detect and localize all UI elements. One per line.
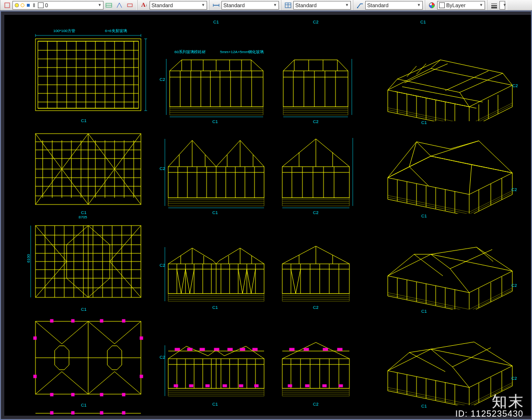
text-style-button[interactable]: A↓	[139, 1, 149, 10]
color-dropdown[interactable]: ByLayer ▼	[437, 1, 485, 10]
note: 100*100方管	[53, 28, 75, 34]
iso-view-1	[369, 45, 522, 121]
svg-line-296	[35, 321, 62, 344]
lineweight-dropdown[interactable]: ▼	[499, 1, 505, 10]
view-label: C2	[313, 305, 319, 310]
svg-line-94	[445, 71, 488, 91]
svg-marker-87	[397, 60, 503, 92]
view-label: C2	[511, 283, 517, 288]
svg-rect-311	[71, 393, 74, 396]
view-label: C1	[420, 20, 426, 24]
svg-rect-344	[254, 385, 258, 387]
svg-line-183	[388, 142, 416, 178]
plan-view-2	[23, 130, 148, 211]
svg-line-95	[405, 64, 448, 83]
svg-point-14	[357, 7, 358, 8]
svg-line-299	[62, 372, 88, 394]
layer-states-button[interactable]	[104, 1, 114, 10]
elev-front-2	[162, 133, 268, 210]
view-label: C2	[511, 187, 517, 192]
svg-rect-354	[323, 348, 328, 351]
dim-style-dropdown[interactable]: Standard ▼	[221, 1, 279, 10]
svg-rect-20	[38, 41, 139, 108]
svg-rect-260	[282, 264, 349, 294]
view-label: C1	[81, 210, 87, 215]
elev-front-1	[162, 54, 268, 119]
mleader-style-button[interactable]	[355, 1, 365, 10]
svg-line-131	[35, 134, 62, 169]
svg-rect-316	[140, 337, 143, 340]
svg-line-277	[414, 254, 443, 276]
chevron-down-icon: ▼	[501, 3, 507, 7]
drawing-canvas[interactable]: C1 C2 C1 100*100方管 6+6夹胶玻璃 C1	[4, 15, 531, 416]
svg-line-290	[388, 295, 469, 309]
svg-line-133	[62, 134, 88, 169]
svg-line-111	[469, 105, 512, 121]
view-label: C2	[160, 263, 165, 268]
svg-rect-3	[27, 4, 30, 7]
text-style-dropdown[interactable]: Standard ▼	[150, 1, 207, 10]
svg-marker-178	[388, 156, 512, 194]
svg-rect-363	[288, 385, 292, 387]
svg-line-185	[416, 142, 450, 149]
table-style-dropdown[interactable]: Standard ▼	[293, 1, 351, 10]
view-label: C1	[212, 305, 218, 310]
view-label: C2	[313, 20, 319, 24]
view-label: C2	[313, 210, 319, 215]
svg-line-297	[62, 321, 88, 344]
svg-rect-341	[206, 385, 209, 387]
layer-dropdown[interactable]: 0 ▼	[12, 1, 104, 10]
svg-rect-310	[50, 393, 53, 396]
iso-view-3	[369, 228, 522, 309]
layer-match-button[interactable]	[115, 1, 124, 10]
svg-rect-307	[71, 319, 74, 322]
text-style-value: Standard	[151, 2, 173, 8]
svg-rect-340	[189, 385, 193, 387]
svg-rect-342	[223, 385, 227, 387]
svg-rect-320	[175, 348, 180, 351]
svg-line-89	[460, 92, 469, 107]
svg-line-202	[388, 195, 469, 212]
svg-rect-309	[122, 319, 125, 322]
svg-rect-352	[289, 348, 294, 351]
color-button[interactable]	[427, 1, 437, 10]
svg-rect-313	[122, 393, 125, 396]
svg-rect-389	[50, 411, 53, 414]
svg-rect-312	[100, 393, 103, 396]
mleader-style-dropdown[interactable]: Standard ▼	[365, 1, 423, 10]
view-label: C1	[421, 309, 427, 314]
view-label: C1	[421, 120, 427, 125]
svg-line-191	[450, 141, 479, 149]
svg-rect-314	[34, 337, 36, 340]
view-label: C2	[160, 77, 165, 82]
svg-line-189	[431, 141, 479, 156]
view-label: C2	[511, 376, 517, 381]
svg-line-88	[388, 79, 397, 90]
chevron-down-icon: ▼	[477, 3, 483, 7]
svg-line-300	[88, 321, 115, 344]
svg-rect-315	[34, 375, 36, 378]
svg-rect-350	[282, 359, 349, 388]
drawing-frame: C1 C2 C1 100*100方管 6+6夹胶玻璃 C1	[0, 11, 532, 420]
layer-prev-button[interactable]	[2, 1, 12, 10]
lineweight-button[interactable]	[489, 1, 499, 10]
svg-line-301	[115, 321, 141, 344]
svg-rect-156	[168, 198, 264, 206]
svg-line-298	[35, 372, 62, 394]
svg-line-180	[409, 156, 431, 167]
table-style-button[interactable]	[283, 1, 293, 10]
svg-rect-323	[214, 348, 219, 351]
layer-iso-button[interactable]	[125, 1, 135, 10]
dim-style-button[interactable]	[211, 1, 221, 10]
svg-line-108	[388, 108, 469, 121]
svg-rect-324	[228, 348, 232, 351]
table-style-value: Standard	[295, 2, 317, 8]
svg-rect-7	[127, 4, 132, 7]
svg-rect-326	[253, 348, 257, 351]
plan-view-1	[23, 34, 148, 118]
svg-point-1	[15, 3, 19, 7]
view-label: C1	[81, 403, 87, 408]
svg-line-110	[469, 103, 512, 121]
view-label: C2	[313, 402, 319, 407]
svg-line-302	[88, 372, 115, 394]
